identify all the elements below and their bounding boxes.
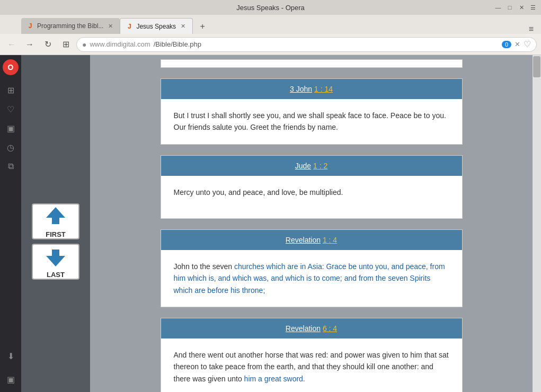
new-tab-button[interactable]: + (195, 19, 210, 34)
verse-revelation-2-header: Revelation 6 : 4 (161, 318, 462, 338)
verse-revelation-1-content: John to the seven churches which are in … (161, 250, 462, 307)
scroll-thumb[interactable] (533, 56, 540, 77)
verse-revelation-1-title: Revelation 1 : 4 (286, 236, 337, 244)
verse-revelation-2-book: Revelation (286, 324, 321, 333)
grid-view-button[interactable]: ⊞ (58, 37, 73, 52)
verse-revelation-2-title: Revelation 6 : 4 (286, 324, 337, 333)
content-area[interactable]: 3 John 1 : 14 But I trust I shall shortl… (90, 55, 533, 392)
reload-button[interactable]: ↻ (40, 37, 55, 52)
verse-jude-book: Jude (295, 162, 311, 170)
address-right: 0 ✕ ♡ (502, 39, 531, 49)
verse-3john-title: 3 John 1 : 14 (290, 85, 333, 93)
tab-bar: J Programming the Bibl... ✕ J Jesus Spea… (0, 15, 541, 34)
opera-sidebar: O ⊞ ♡ ▣ ◷ ⧉ ⬇ ▣ (0, 55, 21, 392)
verse-3john-ref[interactable]: 1 : 14 (314, 85, 333, 93)
sidebar-heart-icon[interactable]: ♡ (2, 101, 19, 118)
sidebar-download-icon[interactable]: ⬇ (2, 348, 19, 364)
window-controls: — □ ✕ ☰ (494, 4, 537, 11)
menu-button[interactable]: ☰ (529, 4, 537, 11)
last-button-label: LAST (47, 271, 65, 279)
verse-revelation-1: Revelation 1 : 4 John to the seven churc… (161, 229, 463, 307)
verse-3john-header: 3 John 1 : 14 (161, 79, 462, 99)
verse-3john-book: 3 John (290, 85, 312, 93)
verse-revelation-1-text-normal: John to the seven (174, 262, 234, 271)
verse-revelation-2-text-blue: him a great sword. (244, 375, 305, 383)
tab-programming-icon: J (26, 22, 34, 30)
content-inner: 3 John 1 : 14 But I trust I shall shortl… (161, 59, 463, 388)
minimize-button[interactable]: — (494, 4, 502, 11)
secure-icon: ● (82, 40, 86, 49)
verse-jude-title: Jude 1 : 2 (295, 162, 328, 170)
verse-revelation-2-content: And there went out another horse that wa… (161, 338, 462, 392)
maximize-button[interactable]: □ (506, 4, 513, 11)
notification-badge: 0 (502, 41, 511, 48)
sidebar-monitor-icon[interactable]: ▣ (2, 371, 19, 388)
svg-marker-3 (46, 256, 65, 266)
forward-button[interactable]: → (22, 37, 37, 52)
verse-3john-content: But I trust I shall shortly see you, and… (161, 99, 462, 144)
verse-revelation-1-header: Revelation 1 : 4 (161, 230, 462, 250)
nav-bar: ← → ↻ ⊞ ● www.dimdigital.com /Bible/Bibl… (0, 34, 541, 55)
window-title: Jesus Speaks - Opera (236, 4, 305, 12)
tab-programming-close[interactable]: ✕ (107, 22, 114, 30)
svg-rect-2 (52, 250, 59, 256)
address-bar[interactable]: ● www.dimdigital.com /Bible/Bible.php 0 … (76, 37, 537, 52)
verse-revelation-1-ref[interactable]: 1 : 4 (323, 236, 337, 244)
tab-jesus-speaks-icon: J (126, 23, 133, 30)
verse-3john-text: But I trust I shall shortly see you, and… (174, 111, 446, 131)
verse-jude-header: Jude 1 : 2 (161, 156, 462, 176)
verse-revelation-1-book: Revelation (286, 236, 321, 244)
close-badge-icon[interactable]: ✕ (515, 40, 520, 48)
title-bar: Jesus Speaks - Opera — □ ✕ ☰ (0, 0, 541, 15)
tab-jesus-speaks[interactable]: J Jesus Speaks ✕ (120, 18, 193, 34)
sidebar-cube-icon[interactable]: ⧉ (2, 158, 19, 175)
verse-jude-content: Mercy unto you, and peace, and love, be … (161, 176, 462, 218)
first-button[interactable]: FIRST (32, 203, 79, 239)
first-button-label: FIRST (46, 230, 66, 238)
verse-revelation-2-ref[interactable]: 6 : 4 (323, 324, 337, 333)
partial-verse-block (161, 59, 463, 68)
verse-jude-text: Mercy unto you, and peace, and love, be … (174, 188, 343, 197)
back-button[interactable]: ← (4, 37, 19, 52)
last-arrow-icon (44, 245, 67, 269)
verse-revelation-2: Revelation 6 : 4 And there went out anot… (161, 318, 463, 392)
tab-jesus-speaks-close[interactable]: ✕ (179, 22, 187, 30)
opera-logo[interactable]: O (3, 59, 19, 75)
svg-marker-1 (46, 207, 65, 218)
sidebar-clock-icon[interactable]: ◷ (2, 139, 19, 156)
last-button[interactable]: LAST (32, 244, 79, 280)
scrollbar[interactable] (533, 55, 541, 392)
sidebar-messages-icon[interactable]: ▣ (2, 120, 19, 137)
verse-jude: Jude 1 : 2 Mercy unto you, and peace, an… (161, 155, 463, 219)
main-area: O ⊞ ♡ ▣ ◷ ⧉ ⬇ ▣ FIRST LAST (0, 55, 541, 392)
bookmark-icon[interactable]: ♡ (524, 39, 531, 49)
tab-jesus-speaks-label: Jesus Speaks (136, 23, 176, 30)
verse-3john: 3 John 1 : 14 But I trust I shall shortl… (161, 78, 463, 145)
svg-rect-0 (52, 218, 59, 224)
sidebar-grid-icon[interactable]: ⊞ (2, 82, 19, 99)
verse-jude-ref[interactable]: 1 : 2 (313, 162, 327, 170)
tab-programming[interactable]: J Programming the Bibl... ✕ (21, 18, 120, 34)
close-button[interactable]: ✕ (518, 4, 525, 11)
first-arrow-icon (44, 205, 67, 228)
tab-programming-label: Programming the Bibl... (37, 22, 103, 30)
address-path: /Bible/Bible.php (154, 40, 201, 48)
page-sidebar: FIRST LAST (21, 55, 90, 392)
verse-revelation-2-text-normal: And there went out another horse that wa… (174, 351, 449, 383)
tab-menu-button[interactable]: ≡ (526, 24, 537, 34)
address-base: www.dimdigital.com (90, 40, 150, 48)
